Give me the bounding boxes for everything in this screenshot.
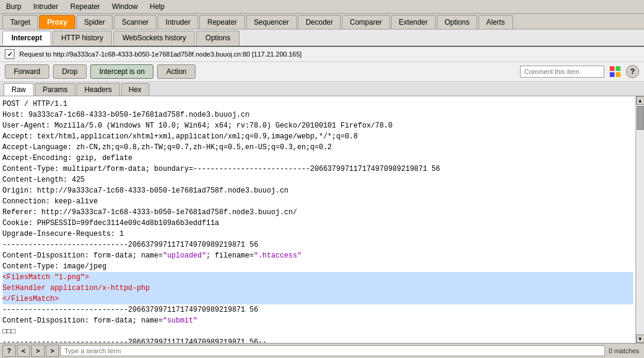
tab-proxy-options[interactable]: Options <box>196 31 239 46</box>
tab-decoder[interactable]: Decoder <box>298 15 341 29</box>
subtab-headers[interactable]: Headers <box>76 83 119 96</box>
color-cell-orange <box>616 72 621 77</box>
subtab-raw[interactable]: Raw <box>4 83 34 96</box>
scroll-up-button[interactable]: ▲ <box>636 96 645 105</box>
action-button[interactable]: Action <box>157 64 195 79</box>
content-line: Host: 9a333ca7-1c68-4333-b050-1e7681ad75… <box>2 110 633 120</box>
search-back-button[interactable]: < <box>17 345 30 357</box>
tab-scanner[interactable]: Scanner <box>114 15 156 29</box>
content-line: □□□ <box>2 326 633 337</box>
scrollbar[interactable]: ▲ ▼ <box>636 96 644 343</box>
intercept-button[interactable]: Intercept is on <box>90 64 153 79</box>
content-line: <FilesMatch "1.png"> <box>2 272 633 283</box>
color-icon[interactable] <box>608 64 622 79</box>
content-line: Referer: http://9a333ca7-1c68-4333-b050-… <box>2 207 633 218</box>
color-cell-blue <box>610 72 615 77</box>
content-line: POST / HTTP/1.1 <box>2 99 633 110</box>
content-line: </FilesMatch> <box>2 294 633 304</box>
content-line: SetHandler application/x-httpd-php <box>2 283 633 294</box>
search-input[interactable] <box>60 345 605 356</box>
content-line: -----------------------------20663799711… <box>2 337 633 343</box>
request-bar: ✓ Request to http://9a333ca7-1c68-4333-b… <box>0 47 644 62</box>
content-line: Accept-Encoding: gzip, deflate <box>2 153 633 164</box>
main-tab-bar: Target Proxy Spider Scanner Intruder Rep… <box>0 14 644 29</box>
content-line: Content-Disposition: form-data; name="up… <box>2 250 633 261</box>
content-line: Content-Type: multipart/form-data; bound… <box>2 164 633 174</box>
content-line: Content-Length: 425 <box>2 174 633 185</box>
toolbar: Forward Drop Intercept is on Action ? <box>0 62 644 82</box>
content-line: -----------------------------20663799711… <box>2 239 633 250</box>
request-text[interactable]: POST / HTTP/1.1Host: 9a333ca7-1c68-4333-… <box>0 96 636 343</box>
tab-intruder[interactable]: Intruder <box>158 15 198 29</box>
menu-intruder[interactable]: Intruder <box>31 1 60 12</box>
tab-proxy[interactable]: Proxy <box>39 15 75 29</box>
tab-options[interactable]: Options <box>437 15 477 29</box>
matches-label: 0 matches <box>606 347 642 354</box>
menu-help[interactable]: Help <box>147 1 167 12</box>
content-line: Upgrade-Insecure-Requests: 1 <box>2 229 633 239</box>
checkmark-icon: ✓ <box>7 51 13 58</box>
content-line: Connection: keep-alive <box>2 196 633 207</box>
scroll-track[interactable] <box>636 105 645 335</box>
tab-extender[interactable]: Extender <box>391 15 436 29</box>
help-button[interactable]: ? <box>626 65 639 78</box>
tab-spider[interactable]: Spider <box>76 15 113 29</box>
search-bar: ? < > > 0 matches <box>0 343 644 358</box>
content-area: POST / HTTP/1.1Host: 9a333ca7-1c68-4333-… <box>0 96 644 343</box>
content-line: Content-Type: image/jpeg <box>2 261 633 272</box>
content-line: Cookie: PHPSESSID=99fdec3114e09c4d8b109a… <box>2 218 633 229</box>
content-line: Content-Disposition: form-data; name="su… <box>2 315 633 326</box>
tab-target[interactable]: Target <box>2 15 38 29</box>
search-forward-button[interactable]: > <box>31 345 45 357</box>
comment-input[interactable] <box>520 66 604 78</box>
search-help-button[interactable]: ? <box>2 345 16 357</box>
tab-sequencer[interactable]: Sequencer <box>246 15 297 29</box>
menu-burp[interactable]: Burp <box>4 1 23 12</box>
request-checkbox[interactable]: ✓ <box>5 49 14 59</box>
tab-comparer[interactable]: Comparer <box>342 15 389 29</box>
forward-button[interactable]: Forward <box>5 64 49 79</box>
search-next-button[interactable]: > <box>46 345 59 357</box>
content-line: Origin: http://9a333ca7-1c68-4333-b050-1… <box>2 185 633 196</box>
tab-websockets-history[interactable]: WebSockets history <box>113 31 195 46</box>
content-line: -----------------------------20663799711… <box>2 304 633 315</box>
scroll-thumb[interactable] <box>637 106 644 130</box>
color-cell-red <box>610 66 615 71</box>
request-info: Request to http://9a333ca7-1c68-4333-b05… <box>19 51 302 58</box>
tab-http-history[interactable]: HTTP history <box>52 31 113 46</box>
menu-window[interactable]: Window <box>110 1 140 12</box>
scroll-down-button[interactable]: ▼ <box>636 335 645 343</box>
menu-repeater[interactable]: Repeater <box>68 1 102 12</box>
content-line: Accept: text/html,application/xhtml+xml,… <box>2 131 633 142</box>
subtab-hex[interactable]: Hex <box>121 83 149 96</box>
proxy-tab-bar: Intercept HTTP history WebSockets histor… <box>0 29 644 47</box>
color-cell-green <box>616 66 621 71</box>
content-line: Accept-Language: zh-CN,zh;q=0.8,zh-TW;q=… <box>2 142 633 153</box>
tab-alerts[interactable]: Alerts <box>478 15 513 29</box>
tab-repeater[interactable]: Repeater <box>199 15 244 29</box>
sub-tab-bar: Raw Params Headers Hex <box>0 82 644 96</box>
content-line: User-Agent: Mozilla/5.0 (Windows NT 10.0… <box>2 120 633 131</box>
tab-intercept[interactable]: Intercept <box>2 31 51 46</box>
menu-bar: Burp Intruder Repeater Window Help <box>0 0 644 14</box>
drop-button[interactable]: Drop <box>53 64 87 79</box>
subtab-params[interactable]: Params <box>35 83 75 96</box>
